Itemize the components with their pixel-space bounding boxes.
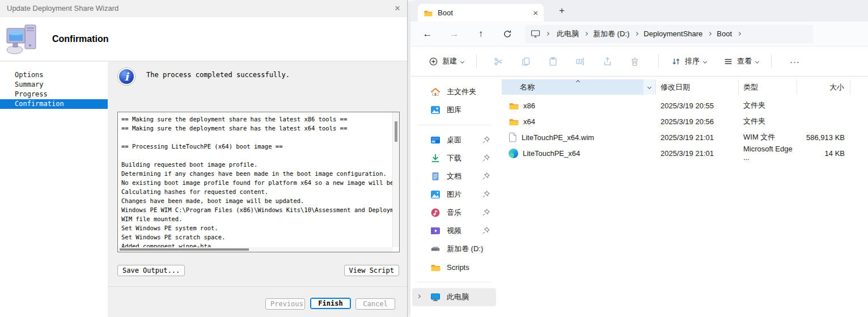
wizard-header: Confirmation xyxy=(0,17,407,61)
log-vertical-scrollbar[interactable] xyxy=(392,112,399,247)
column-headers: 名称 修改日期 类型 大小 xyxy=(502,79,850,95)
wizard-nav-item[interactable]: Summary xyxy=(0,80,108,90)
sidebar-item[interactable]: 图片 xyxy=(412,185,496,204)
wizard-title: Update Deployment Share Wizard xyxy=(7,4,118,12)
new-tab-button[interactable]: + xyxy=(559,5,565,16)
forward-button[interactable]: → xyxy=(442,24,467,44)
file-type: 文件夹 xyxy=(739,100,797,111)
sidebar-item[interactable]: Scripts xyxy=(412,258,496,276)
file-name-cell: x86 xyxy=(502,102,656,110)
toolbar-divider xyxy=(476,54,477,68)
sidebar-item[interactable]: 图库 xyxy=(412,101,496,119)
sidebar-item[interactable]: 下载 xyxy=(412,149,496,167)
sidebar-item[interactable]: 主文件夹 xyxy=(412,83,496,101)
tab-boot[interactable]: Boot × xyxy=(418,4,544,22)
tab-close-icon[interactable]: × xyxy=(533,9,538,17)
wizard-nav-item[interactable]: Progress xyxy=(0,90,108,99)
file-row[interactable]: x862025/3/19 20:55文件夹 xyxy=(502,98,868,113)
close-icon[interactable]: × xyxy=(395,3,400,13)
delete-button[interactable] xyxy=(622,51,647,71)
column-header-date[interactable]: 修改日期 xyxy=(656,79,739,95)
music-icon xyxy=(430,208,441,217)
file-size: 586,913 KB xyxy=(797,133,850,142)
file-name-cell: LiteTouchPE_x64 xyxy=(502,149,656,158)
sidebar-item-label: 桌面 xyxy=(447,135,461,145)
breadcrumb-item[interactable]: 新加卷 (D:) xyxy=(587,29,635,39)
pin-icon xyxy=(482,172,490,180)
paste-icon xyxy=(548,57,558,66)
view-script-button[interactable]: View Script xyxy=(344,265,399,276)
up-button[interactable]: ↑ xyxy=(468,24,493,44)
wizard-nav: OptionsSummaryProgressConfirmation xyxy=(0,62,108,317)
sidebar-divider xyxy=(417,125,491,125)
column-header-type[interactable]: 类型 xyxy=(739,79,797,95)
status-message: The process completed successfully. xyxy=(146,71,290,79)
breadcrumb-item[interactable]: DeploymentShare xyxy=(638,29,708,38)
sort-icon xyxy=(671,57,681,66)
sidebar-item[interactable]: 新加卷 (D:) xyxy=(412,240,496,258)
refresh-button[interactable] xyxy=(495,24,520,44)
pin-icon xyxy=(482,190,490,198)
scrollbar-thumb[interactable] xyxy=(395,121,397,142)
folder-icon xyxy=(430,263,441,272)
file-date: 2025/3/19 20:55 xyxy=(656,102,739,110)
finish-button[interactable]: Finish xyxy=(310,298,351,309)
sort-label: 排序 xyxy=(685,56,700,66)
divider xyxy=(108,286,407,287)
file-name: x86 xyxy=(523,102,535,110)
pin-icon xyxy=(482,154,490,162)
sidebar-item[interactable]: 文档 xyxy=(412,167,496,185)
back-button[interactable]: ← xyxy=(415,24,440,44)
sort-ascending-icon xyxy=(576,80,580,84)
rename-button[interactable]: A xyxy=(568,51,592,71)
wim-file-icon xyxy=(509,132,517,142)
scrollbar-thumb[interactable] xyxy=(120,248,249,251)
wizard-window: Update Deployment Share Wizard × Confirm… xyxy=(0,0,408,317)
sidebar-divider xyxy=(417,282,491,282)
sort-button[interactable]: 排序 xyxy=(668,51,710,71)
sidebar-item[interactable]: 音乐 xyxy=(412,204,496,222)
save-output-button[interactable]: Save Output... xyxy=(117,265,185,276)
wizard-nav-item[interactable]: Confirmation xyxy=(0,99,108,109)
previous-button[interactable]: Previous xyxy=(265,298,305,310)
more-button[interactable]: ··· xyxy=(786,51,803,71)
file-row[interactable]: x642025/3/19 20:56文件夹 xyxy=(502,113,868,129)
file-row[interactable]: LiteTouchPE_x642025/3/19 21:01Microsoft … xyxy=(502,145,868,161)
wizard-content: i The process completed successfully. ==… xyxy=(108,62,407,317)
cancel-button[interactable]: Cancel xyxy=(355,298,395,310)
wizard-titlebar[interactable]: Update Deployment Share Wizard × xyxy=(0,0,407,17)
cut-button[interactable] xyxy=(486,51,511,71)
file-row[interactable]: LiteTouchPE_x64.wim2025/3/19 21:01WIM 文件… xyxy=(502,129,868,145)
file-rows: x862025/3/19 20:55文件夹x642025/3/19 20:56文… xyxy=(502,98,868,161)
rename-icon: A xyxy=(575,57,585,66)
pin-icon xyxy=(482,136,490,144)
breadcrumb: 此电脑新加卷 (D:)DeploymentShareBoot xyxy=(551,29,740,39)
column-name-dropdown[interactable] xyxy=(643,79,656,95)
home-icon xyxy=(430,87,441,96)
column-header-size[interactable]: 大小 xyxy=(797,79,850,95)
wizard-nav-item[interactable]: Options xyxy=(0,70,108,80)
log-output[interactable]: == Making sure the deployment share has … xyxy=(117,112,400,252)
breadcrumb-item[interactable]: 此电脑 xyxy=(551,29,585,39)
expand-chevron-icon[interactable] xyxy=(417,294,421,298)
sidebar-item[interactable]: 桌面 xyxy=(412,131,496,149)
view-button[interactable]: 查看 xyxy=(720,51,762,71)
sidebar-item[interactable]: 此电脑 xyxy=(412,288,496,306)
trash-icon xyxy=(630,57,640,66)
sidebar-item-label: 此电脑 xyxy=(447,292,469,302)
sidebar-item[interactable]: 视频 xyxy=(412,222,496,240)
copy-button[interactable] xyxy=(513,51,538,71)
breadcrumb-item[interactable]: Boot xyxy=(711,29,738,38)
sidebar-item-label: 主文件夹 xyxy=(447,87,476,97)
file-date: 2025/3/19 21:01 xyxy=(656,149,739,158)
address-field[interactable]: 此电脑新加卷 (D:)DeploymentShareBoot xyxy=(525,25,813,43)
paste-button[interactable] xyxy=(540,51,565,71)
new-button[interactable]: 新建 xyxy=(425,51,467,71)
videos-icon xyxy=(430,226,441,235)
share-button[interactable] xyxy=(595,51,620,71)
copy-icon xyxy=(521,57,531,66)
view-label: 查看 xyxy=(737,56,752,66)
column-header-name[interactable]: 名称 xyxy=(502,79,643,95)
log-horizontal-scrollbar[interactable] xyxy=(118,247,392,252)
toolbar-divider xyxy=(771,54,772,68)
